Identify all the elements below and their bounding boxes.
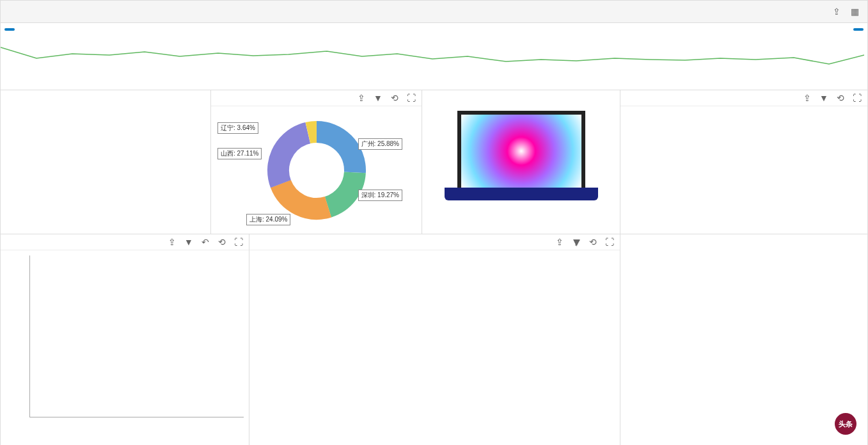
export-icon[interactable]: ⇪ xyxy=(832,6,842,17)
scatter-panel: ⇪ ▼ ↶ ⟲ ⛶ xyxy=(0,234,249,445)
kpi-panel xyxy=(0,90,211,234)
region-donut-panel: ⇪ ▼ ⟲ ⛶ 广州: 25.88% 深圳: 19.27% 上海: 24.09%… xyxy=(211,90,422,234)
refresh-icon[interactable]: ⟲ xyxy=(588,237,598,247)
bubble-chart[interactable] xyxy=(1,250,249,442)
export-icon[interactable]: ⇪ xyxy=(555,237,565,247)
ranking-panel-continued xyxy=(620,234,868,445)
donut-label: 辽宁: 3.64% xyxy=(217,122,258,134)
export-icon[interactable]: ⇪ xyxy=(356,93,367,103)
product-image xyxy=(445,111,598,213)
donut-label: 深圳: 19.27% xyxy=(358,190,402,201)
timeline-start-badge[interactable] xyxy=(4,28,15,31)
filter-icon[interactable]: ▼ xyxy=(819,93,829,103)
expand-icon[interactable]: ⛶ xyxy=(233,237,244,247)
refresh-icon[interactable]: ⟲ xyxy=(390,93,400,103)
filter-icon[interactable]: ▼ xyxy=(373,93,383,103)
timeline-end-badge[interactable] xyxy=(853,28,864,31)
expand-icon[interactable]: ⛶ xyxy=(406,93,416,103)
store-ranking-panel: ⇪ ▼ ⟲ ⛶ xyxy=(620,90,868,234)
refresh-icon[interactable]: ⟲ xyxy=(217,237,227,247)
donut-label: 广州: 25.88% xyxy=(358,138,402,150)
ranking-bar-chart[interactable] xyxy=(620,106,867,231)
timeline-sparkline xyxy=(1,42,864,71)
donut-label: 上海: 24.09% xyxy=(246,214,290,225)
ranking-bar-chart-cont[interactable] xyxy=(620,234,867,426)
sales-detail-panel: ⇪ ▼̷ ⟲ ⛶ xyxy=(249,234,620,445)
filter-icon[interactable]: ▼ xyxy=(184,237,194,247)
filter-clear-icon[interactable]: ▼̷ xyxy=(571,237,581,247)
expand-icon[interactable]: ⛶ xyxy=(604,237,615,247)
calendar-icon[interactable]: ▦ xyxy=(849,6,860,17)
export-icon[interactable]: ⇪ xyxy=(167,237,177,247)
timeline-chart[interactable] xyxy=(0,23,868,90)
donut-label: 山西: 27.11% xyxy=(217,148,262,159)
product-image-panel xyxy=(422,90,620,234)
undo-icon[interactable]: ↶ xyxy=(200,237,210,247)
dashboard-title-bar: ⇪ ▦ xyxy=(0,0,868,23)
expand-icon[interactable]: ⛶ xyxy=(852,93,862,103)
export-icon[interactable]: ⇪ xyxy=(802,93,812,103)
refresh-icon[interactable]: ⟲ xyxy=(835,93,846,103)
